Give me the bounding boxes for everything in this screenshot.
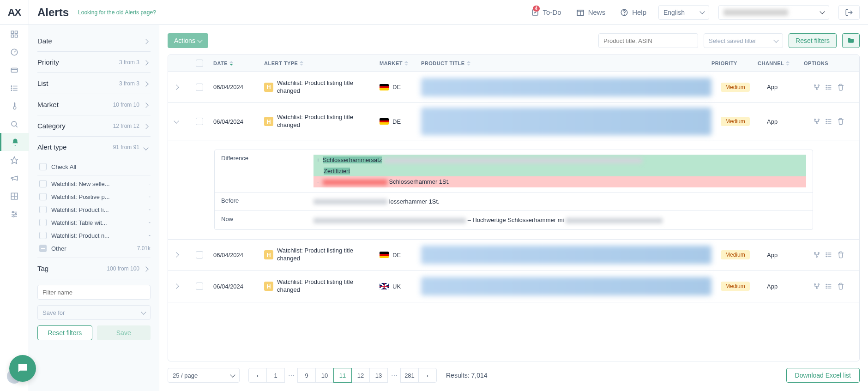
saved-filter-select[interactable]: Select saved filter [704,33,783,48]
check-all[interactable]: Check All [37,160,151,173]
download-button[interactable]: Download Excel list [786,368,860,383]
th-date[interactable]: DATE [209,60,259,66]
th-alert-type[interactable]: ALERT TYPE [259,60,375,66]
trash-icon[interactable] [837,251,844,259]
nav-dashboard[interactable] [0,25,29,43]
reset-filters-button[interactable]: Reset filters [789,33,837,48]
th-market[interactable]: MARKET [375,60,416,66]
expand-toggle[interactable] [173,253,180,257]
row-checkbox[interactable] [196,283,203,290]
list-icon[interactable] [825,283,832,290]
row-checkbox[interactable] [196,84,203,91]
nav-card[interactable] [0,61,29,79]
alert-type-item[interactable]: Watchlist: Table wit...- [37,216,151,229]
page-button[interactable]: 13 [369,368,388,383]
trash-icon[interactable] [837,118,844,125]
hierarchy-icon[interactable] [813,283,820,290]
logo[interactable]: AX [0,0,29,25]
page-button[interactable]: 12 [351,368,370,383]
svg-point-39 [826,89,826,89]
alert-type-item[interactable]: Watchlist: Product n...- [37,229,151,242]
list-icon[interactable] [825,118,832,125]
checkbox[interactable] [39,193,47,200]
checkbox[interactable] [39,163,47,170]
page-next[interactable]: › [418,368,437,383]
alert-type-item[interactable]: Watchlist: Product li...- [37,203,151,216]
checkbox[interactable] [39,180,47,187]
page-prev[interactable]: ‹ [248,368,267,383]
page-ellipsis: ⋯ [388,372,401,379]
chat-widget[interactable] [9,355,36,382]
cell-channel: App [762,278,808,295]
nav-search[interactable] [0,115,29,133]
filter-priority[interactable]: Priority 3 from 3 [37,52,151,73]
card-icon [10,66,18,74]
row-checkbox[interactable] [196,251,203,259]
filter-market[interactable]: Market 10 from 10 [37,94,151,115]
svg-point-65 [826,286,826,286]
page-button[interactable]: 281 [400,368,419,383]
th-channel[interactable]: CHANNEL [753,60,799,66]
page-button[interactable]: 1 [266,368,285,383]
th-product-title[interactable]: PRODUCT TITLE [416,60,707,66]
detail-label-diff: Difference [215,150,307,192]
filter-name-input[interactable] [37,285,151,300]
expand-toggle[interactable] [173,120,180,123]
todo-button[interactable]: 4 To-Do [528,8,564,17]
row-checkbox[interactable] [196,118,203,125]
language-select[interactable]: English [658,5,709,20]
filter-date[interactable]: Date [37,30,151,52]
folder-button[interactable] [842,33,860,48]
nav-globe[interactable] [0,43,29,61]
checkbox[interactable] [39,206,47,213]
nav-alerts[interactable] [0,133,29,151]
checkbox[interactable] [39,232,47,239]
checkbox-indeterminate[interactable] [39,245,47,252]
sidebar-save-button[interactable]: Save [97,325,151,340]
nav-list[interactable] [0,79,29,97]
page-button-current[interactable]: 11 [333,368,352,383]
alert-type-item[interactable]: Watchlist: New selle...- [37,177,151,190]
hierarchy-icon[interactable] [813,84,820,91]
save-for-select[interactable]: Save for [37,305,151,320]
svg-rect-1 [15,31,18,33]
checkbox[interactable] [39,219,47,226]
nav-horn[interactable] [0,169,29,187]
expand-toggle[interactable] [173,85,180,89]
trash-icon[interactable] [837,84,844,91]
hierarchy-icon[interactable] [813,118,820,125]
help-button[interactable]: Help [617,8,649,17]
select-all-checkbox[interactable] [196,60,203,67]
page-button[interactable]: 10 [315,368,334,383]
sidebar-reset-button[interactable]: Reset filters [37,325,92,340]
logout-button[interactable] [838,5,860,20]
expand-toggle[interactable] [173,284,180,288]
actions-button[interactable]: Actions [168,33,208,48]
page-button[interactable]: 9 [297,368,316,383]
filter-tag[interactable]: Tag 100 from 100 [37,258,151,279]
chevron-down-icon [197,37,202,42]
old-alerts-link[interactable]: Looking for the old Alerts page? [78,9,156,16]
alert-severity-icon: H [264,83,273,92]
nav-table[interactable] [0,187,29,205]
filter-alert-type[interactable]: Alert type 91 from 91 [37,137,151,157]
help-icon [620,8,628,17]
nav-temp[interactable] [0,97,29,115]
list-icon[interactable] [825,251,832,259]
svg-point-12 [11,90,12,90]
filter-list[interactable]: List 3 from 3 [37,73,151,94]
hierarchy-icon[interactable] [813,251,820,259]
alert-type-other[interactable]: Other7.01k [37,242,151,255]
search-input[interactable] [598,33,698,48]
filter-category[interactable]: Category 12 from 12 [37,115,151,137]
page-size-select[interactable]: 25 / page [168,368,240,383]
nav-sliders[interactable] [0,205,29,223]
account-select[interactable] [718,5,829,20]
alert-type-item[interactable]: Watchlist: Positive p...- [37,190,151,203]
gift-icon [576,8,585,17]
nav-star[interactable] [0,151,29,169]
trash-icon[interactable] [837,283,844,290]
news-button[interactable]: News [573,8,609,17]
list-icon[interactable] [825,84,832,91]
chevron-down-icon [230,372,235,377]
